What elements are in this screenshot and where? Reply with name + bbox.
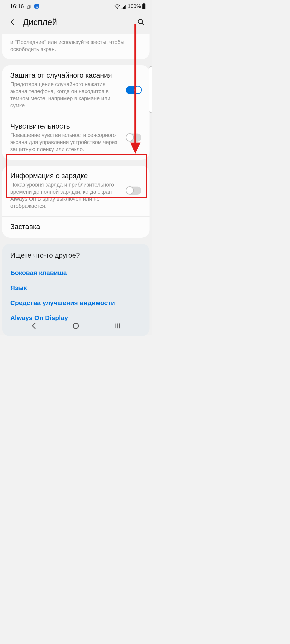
nav-recents[interactable]: [113, 321, 123, 331]
svg-rect-9: [143, 4, 145, 4]
app-bar: Дисплей: [0, 12, 152, 32]
svg-rect-1: [28, 5, 30, 8]
charging-card: Информация о зарядке Показ уровня заряда…: [2, 166, 150, 238]
sensitivity-title: Чувствительность: [10, 122, 122, 130]
wifi-icon: [115, 4, 120, 8]
charging-info-toggle[interactable]: [126, 186, 141, 195]
battery-icon: [142, 4, 146, 9]
scroll-indicator[interactable]: [149, 66, 152, 113]
accidental-touch-toggle[interactable]: [126, 86, 141, 94]
link-language[interactable]: Язык: [10, 280, 141, 296]
search-button[interactable]: [136, 18, 146, 27]
screensaver-title: Заставка: [10, 222, 141, 231]
status-bar: 16:16 100%: [0, 0, 152, 12]
svg-point-3: [37, 7, 38, 8]
sensitivity-toggle[interactable]: [126, 134, 141, 142]
accidental-touch-title: Защита от случайного касания: [10, 71, 122, 80]
charging-info-title: Информация о зарядке: [10, 172, 122, 180]
svg-rect-10: [142, 4, 145, 9]
phone-frame: 16:16 100% Дисплей: [0, 0, 152, 335]
status-time: 16:16: [10, 3, 24, 10]
nav-back[interactable]: [29, 321, 39, 331]
setting-charging-info[interactable]: Информация о зарядке Показ уровня заряда…: [2, 166, 150, 216]
truncated-card: и "Последние" или используйте жесты, что…: [2, 34, 150, 59]
setting-accidental-touch[interactable]: Защита от случайного касания Предотвраще…: [2, 65, 150, 116]
charging-info-desc: Показ уровня заряда и приблизительного в…: [10, 181, 122, 210]
svg-rect-0: [27, 6, 30, 8]
looking-for-heading: Ищете что-то другое?: [10, 251, 141, 259]
back-button[interactable]: [9, 18, 16, 26]
setting-screensaver[interactable]: Заставка: [2, 216, 150, 238]
svg-rect-8: [125, 5, 126, 9]
svg-rect-6: [123, 7, 124, 9]
signal-icon: [121, 4, 127, 8]
content-area: и "Последние" или используйте жесты, что…: [0, 34, 152, 336]
nav-bar: [0, 319, 152, 333]
svg-line-12: [142, 23, 144, 25]
svg-rect-5: [122, 8, 122, 9]
link-visibility[interactable]: Средства улучшения видимости: [10, 296, 141, 310]
sensitivity-desc: Повышение чувствительности сенсорного эк…: [10, 132, 122, 153]
truncated-text: и "Последние" или используйте жесты, что…: [2, 34, 150, 59]
app-badge-icon: [34, 4, 39, 9]
svg-point-4: [117, 8, 118, 9]
page-title: Дисплей: [23, 18, 57, 27]
nav-home[interactable]: [71, 321, 81, 331]
setting-sensitivity[interactable]: Чувствительность Повышение чувствительно…: [2, 116, 150, 160]
touch-card: Защита от случайного касания Предотвраще…: [2, 65, 150, 160]
status-right: 100%: [115, 3, 146, 9]
link-side-key[interactable]: Боковая клавиша: [10, 265, 141, 280]
status-left: 16:16: [10, 3, 39, 10]
battery-text: 100%: [128, 3, 141, 9]
accidental-touch-desc: Предотвращение случайного нажатия экрана…: [10, 81, 122, 109]
svg-rect-7: [124, 6, 125, 9]
multiwindow-icon: [27, 4, 31, 8]
svg-rect-13: [74, 324, 78, 328]
